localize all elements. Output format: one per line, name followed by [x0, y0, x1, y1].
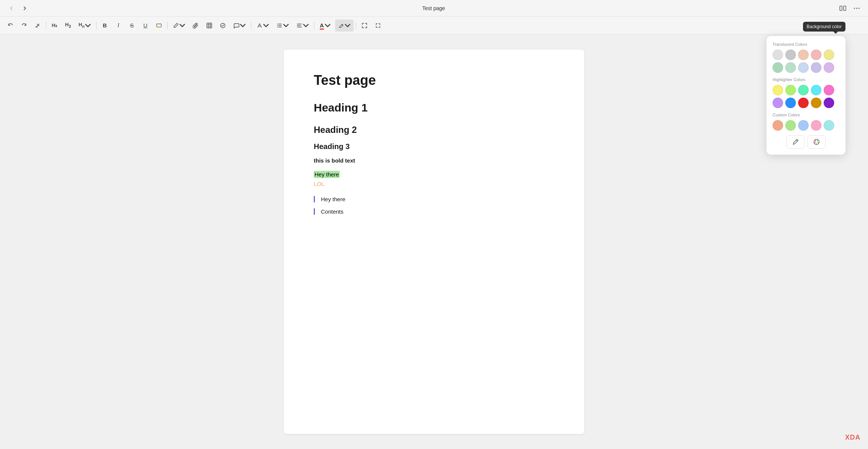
page-title: Test page: [30, 5, 837, 11]
attach-button[interactable]: [190, 20, 202, 32]
lol-text: LOL: [314, 181, 554, 187]
separator-2: [96, 22, 97, 29]
forward-button[interactable]: [20, 4, 30, 13]
swatch-c1[interactable]: [773, 120, 783, 131]
heading-1: Heading 1: [314, 100, 554, 115]
svg-rect-0: [840, 6, 842, 11]
bold-label: B: [103, 22, 107, 29]
svg-point-2: [854, 8, 855, 9]
svg-point-4: [859, 8, 860, 9]
list-button[interactable]: [274, 20, 292, 32]
nav-buttons: [6, 4, 30, 13]
clear-format-button[interactable]: [32, 20, 44, 32]
edit-button[interactable]: [170, 20, 188, 32]
svg-rect-6: [157, 27, 161, 27]
swatch-h6[interactable]: [773, 98, 783, 108]
highlight-button[interactable]: [153, 20, 165, 32]
toolbar: H₂ H3 Hn B I S U: [0, 17, 868, 35]
highlighter-swatches: [773, 85, 839, 108]
swatch-h7[interactable]: [785, 98, 796, 108]
swatch-c3[interactable]: [798, 120, 809, 131]
underline-button[interactable]: U: [139, 20, 151, 32]
more-options-button[interactable]: [851, 6, 862, 11]
headingN-button[interactable]: Hn: [76, 20, 94, 32]
blockquote-2: Contents: [314, 208, 554, 215]
editor-content[interactable]: Test page Heading 1 Heading 2 Heading 3 …: [284, 50, 584, 434]
swatch-h10[interactable]: [824, 98, 834, 108]
svg-point-25: [818, 142, 819, 143]
h2-label: H₂: [52, 23, 57, 28]
color-picker-actions: [773, 135, 839, 149]
expand-button[interactable]: [372, 20, 384, 32]
swatch-t5[interactable]: [824, 50, 834, 60]
bold-button[interactable]: B: [99, 20, 111, 32]
hn-label: Hn: [79, 22, 85, 28]
swatch-t9[interactable]: [811, 62, 821, 73]
title-bar: Test page: [0, 0, 868, 17]
separator-5: [314, 22, 315, 29]
swatch-t2[interactable]: [785, 50, 796, 60]
swatch-h8[interactable]: [798, 98, 809, 108]
background-color-tooltip: Background color: [803, 22, 845, 32]
strikethrough-button[interactable]: S: [126, 20, 138, 32]
title-actions: [837, 4, 862, 12]
custom-label: Custom Colors: [773, 113, 839, 117]
align-button[interactable]: [293, 20, 312, 32]
background-color-button[interactable]: [335, 20, 354, 32]
svg-rect-1: [844, 6, 846, 11]
heading-2: Heading 2: [314, 124, 554, 136]
xda-watermark: XDA: [845, 434, 860, 441]
bold-text: this is bold text: [314, 157, 554, 164]
main-area: Test page Heading 1 Heading 2 Heading 3 …: [0, 35, 868, 449]
swatch-t1[interactable]: [773, 50, 783, 60]
swatch-t8[interactable]: [798, 62, 809, 73]
blockquote-1: Hey there: [314, 196, 554, 202]
swatch-t6[interactable]: [773, 62, 783, 73]
palette-button[interactable]: [808, 135, 826, 149]
swatch-h5[interactable]: [824, 85, 834, 95]
heading-3: Heading 3: [314, 142, 554, 151]
swatch-h4[interactable]: [811, 85, 821, 95]
swatch-c5[interactable]: [824, 120, 834, 131]
swatch-c2[interactable]: [785, 120, 796, 131]
table-button[interactable]: [203, 20, 215, 32]
swatch-c4[interactable]: [811, 120, 821, 131]
swatch-h1[interactable]: [773, 85, 783, 95]
italic-button[interactable]: I: [112, 20, 124, 32]
back-button[interactable]: [6, 4, 17, 13]
heading3-button[interactable]: H3: [62, 20, 74, 32]
separator-3: [167, 22, 168, 29]
redo-button[interactable]: [18, 20, 30, 32]
text-style-button[interactable]: [254, 20, 272, 32]
highlighted-paragraph: Hey there: [314, 171, 554, 178]
swatch-t4[interactable]: [811, 50, 821, 60]
comment-button[interactable]: [230, 20, 249, 32]
highlighter-label: Highlighter Colors: [773, 77, 839, 82]
svg-point-3: [856, 8, 857, 9]
svg-point-24: [817, 140, 818, 142]
reader-mode-button[interactable]: [837, 4, 848, 12]
svg-point-12: [221, 23, 225, 28]
strikethrough-label: S: [130, 22, 134, 29]
svg-rect-5: [157, 24, 161, 27]
editor-wrapper: Test page Heading 1 Heading 2 Heading 3 …: [0, 35, 868, 449]
font-color-label: A: [320, 22, 324, 29]
svg-point-26: [816, 143, 817, 144]
heading2-button[interactable]: H₂: [48, 20, 60, 32]
document-title: Test page: [314, 72, 554, 88]
swatch-h2[interactable]: [785, 85, 796, 95]
svg-point-16: [277, 24, 278, 24]
undo-button[interactable]: [5, 20, 17, 32]
swatch-t7[interactable]: [785, 62, 796, 73]
swatch-t3[interactable]: [798, 50, 809, 60]
swatch-h9[interactable]: [811, 98, 821, 108]
fullscreen-button[interactable]: [358, 20, 370, 32]
eyedropper-button[interactable]: [786, 135, 804, 149]
color-picker-popup: Background color Translucent Colors High…: [767, 36, 845, 155]
font-color-button[interactable]: A: [317, 20, 334, 32]
checklist-button[interactable]: [217, 20, 229, 32]
svg-point-18: [277, 27, 278, 27]
swatch-h3[interactable]: [798, 85, 809, 95]
swatch-t10[interactable]: [824, 62, 834, 73]
svg-point-17: [277, 25, 278, 26]
